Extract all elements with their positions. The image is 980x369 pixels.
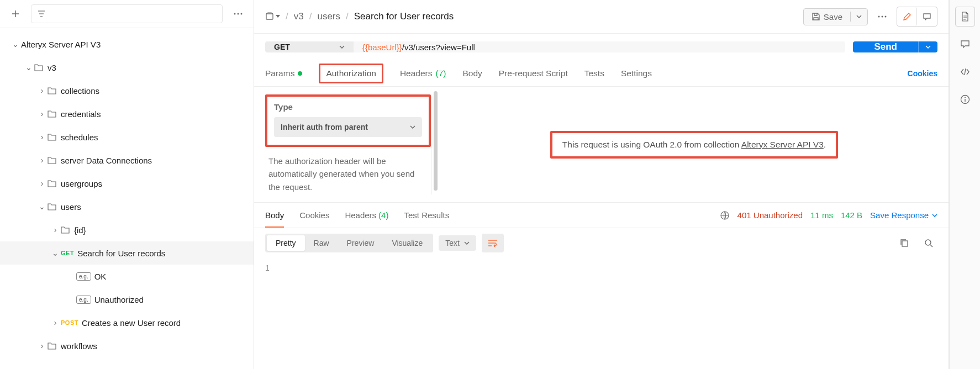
save-dropdown[interactable] [850, 12, 867, 22]
tree-users[interactable]: ⌄ users [0, 195, 254, 218]
edit-button[interactable] [897, 7, 917, 26]
tree-id[interactable]: › {id} [0, 218, 254, 241]
chevron-down-icon [410, 125, 415, 129]
response-status: 401 Unauthorized 11 ms 142 B Save Respon… [720, 210, 937, 220]
search-button[interactable] [920, 234, 937, 252]
response-tabs: Body Cookies Headers(4) Test Results 401… [254, 203, 949, 228]
more-button[interactable] [229, 5, 247, 23]
tree-credentials[interactable]: › credentials [0, 102, 254, 125]
ellipsis-icon [234, 13, 243, 15]
more-actions-button[interactable] [873, 8, 891, 25]
auth-collection-link[interactable]: Alteryx Server API V3 [741, 140, 824, 149]
folder-icon [48, 110, 56, 118]
tree-label: v3 [48, 63, 56, 72]
tree-create-user[interactable]: › POST Creates a new User record [0, 311, 254, 334]
sidebar-toolbar [0, 0, 254, 28]
resp-tab-headers[interactable]: Headers(4) [345, 203, 388, 228]
view-raw[interactable]: Raw [305, 235, 338, 251]
tree-collections[interactable]: › collections [0, 79, 254, 102]
save-button[interactable]: Save [804, 9, 850, 25]
code-button[interactable] [955, 62, 975, 82]
tab-params[interactable]: Params [265, 60, 302, 86]
auth-type-select[interactable]: Inherit auth from parent [274, 117, 422, 137]
tree-label: Alteryx Server API V3 [21, 40, 101, 49]
copy-icon [900, 239, 909, 247]
folder-icon [48, 87, 56, 94]
cookies-link[interactable]: Cookies [908, 69, 937, 78]
info-button[interactable] [955, 89, 975, 109]
crumb-v3[interactable]: v3 [294, 11, 304, 22]
resp-tab-test-results[interactable]: Test Results [404, 203, 449, 228]
tab-label: Cookies [299, 210, 329, 220]
view-toolbar: Pretty Raw Preview Visualize Text [254, 228, 949, 258]
tab-label: Tests [584, 68, 604, 78]
tree-search-users[interactable]: ⌄ GET Search for User records [0, 241, 254, 265]
view-toolbar-right [895, 234, 937, 252]
tab-count: (7) [435, 68, 446, 78]
tab-label: Params [265, 68, 294, 78]
chevron-right-icon: › [36, 156, 48, 165]
method-select[interactable]: GET [265, 41, 354, 52]
comments-button[interactable] [955, 34, 975, 54]
tree-example-unauthorized[interactable]: e.g. Unauthorized [0, 288, 254, 311]
resp-tab-cookies[interactable]: Cookies [299, 203, 329, 228]
view-preview[interactable]: Preview [338, 235, 383, 251]
save-response-button[interactable]: Save Response [870, 210, 937, 220]
url-input[interactable]: {{baseUrl}}/v3/users?view=Full [354, 41, 845, 52]
tree-label: usergroups [61, 179, 102, 188]
comment-button[interactable] [917, 7, 937, 26]
url-variable: {{baseUrl}} [362, 43, 402, 52]
tree-workflows[interactable]: › workflows [0, 334, 254, 357]
info-icon [960, 94, 970, 104]
tree-label: server Data Connections [61, 156, 152, 165]
save-label: Save [824, 12, 842, 22]
response-size: 142 B [841, 210, 862, 220]
tree-label: Creates a new User record [82, 318, 181, 328]
scrollbar[interactable] [434, 91, 438, 191]
tab-icon[interactable] [265, 12, 280, 21]
tab-settings[interactable]: Settings [621, 60, 652, 86]
folder-icon [61, 226, 70, 234]
view-visualize[interactable]: Visualize [383, 235, 431, 251]
auth-right-panel: This request is using OAuth 2.0 from col… [440, 87, 949, 202]
chevron-right-icon: › [36, 86, 48, 95]
tree-example-ok[interactable]: e.g. OK [0, 265, 254, 288]
language-select[interactable]: Text [439, 235, 476, 251]
wrap-lines-button[interactable] [482, 234, 504, 252]
tab-label: Body [265, 210, 284, 220]
view-mode-group [897, 7, 937, 27]
document-icon [961, 12, 970, 22]
save-icon [812, 12, 820, 21]
tab-prerequest[interactable]: Pre-request Script [499, 60, 568, 86]
crumb-users[interactable]: users [317, 11, 340, 22]
tab-body[interactable]: Body [462, 60, 482, 86]
tab-tests[interactable]: Tests [584, 60, 604, 86]
tab-headers[interactable]: Headers (7) [400, 60, 446, 86]
copy-button[interactable] [895, 234, 913, 252]
filter-box[interactable] [31, 4, 223, 23]
tree-root[interactable]: ⌄ Alteryx Server API V3 [0, 33, 254, 56]
tree-v3[interactable]: ⌄ v3 [0, 56, 254, 79]
globe-icon [720, 210, 730, 220]
view-pretty[interactable]: Pretty [267, 235, 305, 251]
send-buttonускать[interactable]: Send [853, 41, 918, 52]
documentation-button[interactable] [955, 7, 975, 27]
resp-tab-body[interactable]: Body [265, 203, 284, 228]
tree-schedules[interactable]: › schedules [0, 125, 254, 149]
response-body[interactable]: 1 [254, 258, 949, 369]
pencil-icon [903, 12, 911, 21]
save-response-label: Save Response [870, 210, 929, 220]
tree-label: workflows [61, 341, 97, 351]
tree-label: credentials [61, 109, 101, 119]
ellipsis-icon [878, 15, 887, 18]
chevron-right-icon: › [36, 109, 48, 118]
new-button[interactable] [7, 5, 24, 23]
auth-type-label: Type [274, 102, 422, 112]
tree-server-data-connections[interactable]: › server Data Connections [0, 149, 254, 172]
send-dropdown[interactable] [918, 41, 937, 52]
tab-authorization[interactable]: Authorization [319, 64, 383, 83]
tab-label: Headers [400, 68, 433, 78]
auth-description: The authorization header will be automat… [265, 147, 431, 193]
tree-usergroups[interactable]: › usergroups [0, 172, 254, 195]
right-rail [949, 0, 980, 369]
